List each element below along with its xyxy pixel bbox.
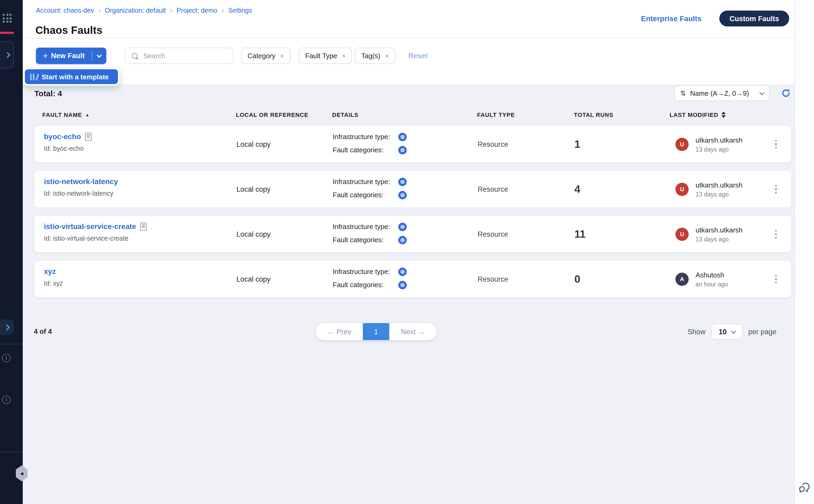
- toolbar: + New Fault Start with a template: [23, 39, 794, 85]
- breadcrumb: Account: chaos-dev › Organization: defau…: [36, 6, 252, 14]
- infrastructure-type-label: Infrastructure type:: [333, 223, 398, 231]
- breadcrumb-account-link[interactable]: Account: chaos-dev: [36, 7, 94, 14]
- column-header-details: DETAILS: [332, 112, 359, 118]
- info-icon[interactable]: [2, 354, 11, 362]
- filter-chip-fault-type[interactable]: Fault Type ×: [299, 48, 352, 64]
- next-page-button[interactable]: Next →: [389, 323, 436, 340]
- collapse-triangle-icon: ◀: [20, 471, 23, 476]
- sidebar-expand-button[interactable]: [0, 319, 14, 335]
- table-row[interactable]: istio-virtual-service-create Id: istio-v…: [34, 215, 792, 253]
- row-menu-button[interactable]: [773, 183, 779, 196]
- manifest-doc-icon[interactable]: [140, 222, 147, 230]
- table-row[interactable]: byoc-echo Id: byoc-echo Local copy Infra…: [34, 125, 792, 163]
- sort-select[interactable]: ⇅ Name (A→Z, 0→9): [674, 85, 770, 101]
- search-input[interactable]: [142, 51, 233, 60]
- kubernetes-icon: ☸: [398, 132, 407, 141]
- sidebar-divider: [0, 344, 23, 344]
- modified-time: an hour ago: [696, 281, 728, 287]
- modified-by-user: utkarsh.utkarsh: [696, 136, 743, 144]
- close-icon[interactable]: ×: [342, 52, 346, 59]
- avatar: U: [675, 138, 689, 151]
- kubernetes-icon: ☸: [398, 177, 407, 186]
- main-area: Account: chaos-dev › Organization: defau…: [23, 0, 794, 504]
- filter-chip-category[interactable]: Category ×: [241, 48, 290, 64]
- total-runs-cell: 0: [574, 273, 580, 285]
- row-menu-button[interactable]: [773, 228, 779, 241]
- fault-name-link[interactable]: istio-virtual-service-create: [44, 222, 136, 231]
- last-modified-cell: U utkarsh.utkarsh 13 days ago: [675, 226, 743, 242]
- table-row[interactable]: istio-network-latency Id: istio-network-…: [34, 170, 792, 208]
- prev-page-button[interactable]: ← Prev: [316, 323, 363, 340]
- fault-name-cell: byoc-echo Id: byoc-echo: [44, 132, 92, 152]
- breadcrumb-project-link[interactable]: Project: demo: [177, 7, 217, 14]
- chevron-down-icon: [759, 90, 765, 95]
- start-with-template-menu-item[interactable]: Start with a template: [25, 69, 118, 84]
- close-icon[interactable]: ×: [385, 52, 389, 59]
- kubernetes-icon: ☸: [398, 281, 407, 289]
- avatar: U: [675, 182, 689, 196]
- breadcrumb-separator: ›: [98, 6, 101, 14]
- sort-selected-value: Name (A→Z, 0→9): [690, 89, 756, 97]
- search-icon: [132, 53, 138, 59]
- reset-filters-link[interactable]: Reset: [408, 52, 428, 60]
- column-header-fault-name[interactable]: FAULT NAME ▲: [42, 112, 90, 118]
- fault-categories-label: Fault categories:: [333, 236, 398, 244]
- info-icon[interactable]: [2, 396, 11, 404]
- close-icon[interactable]: ×: [280, 52, 284, 59]
- chevron-right-icon: [4, 52, 11, 58]
- page-header: Account: chaos-dev › Organization: defau…: [23, 0, 794, 39]
- plus-icon: +: [43, 52, 48, 60]
- listing-controls: Total: 4 ⇅ Name (A→Z, 0→9): [23, 85, 794, 106]
- refresh-button[interactable]: [781, 88, 791, 98]
- sidebar-divider: [0, 452, 23, 452]
- total-count: Total: 4: [34, 89, 62, 98]
- manifest-doc-icon[interactable]: [85, 132, 92, 140]
- new-fault-button[interactable]: + New Fault: [36, 48, 92, 64]
- chevron-down-icon: [97, 52, 102, 58]
- support-chat-button[interactable]: [797, 481, 811, 497]
- current-page-button[interactable]: 1: [363, 323, 389, 340]
- chevron-right-icon: [4, 324, 10, 330]
- kubernetes-icon: ☸: [398, 222, 407, 231]
- last-modified-cell: A Ashutosh an hour ago: [675, 271, 728, 287]
- new-fault-dropdown-menu: Start with a template: [23, 68, 120, 86]
- breadcrumb-separator: ›: [222, 6, 224, 14]
- custom-faults-button[interactable]: Custom Faults: [719, 11, 789, 26]
- table-header-row: FAULT NAME ▲ LOCAL OR REFERENCE DETAILS …: [23, 109, 794, 123]
- details-cell: Infrastructure type:☸ Fault categories:☸: [333, 176, 407, 203]
- fault-name-link[interactable]: istio-network-latency: [44, 177, 118, 186]
- fault-list: byoc-echo Id: byoc-echo Local copy Infra…: [23, 125, 794, 298]
- fault-id: Id: byoc-echo: [44, 145, 92, 152]
- fault-name-link[interactable]: byoc-echo: [44, 132, 81, 141]
- fault-type-cell: Resource: [478, 185, 508, 193]
- filter-chip-tags[interactable]: Tag(s) ×: [355, 48, 395, 64]
- enterprise-faults-link[interactable]: Enterprise Faults: [641, 14, 702, 23]
- local-or-reference-cell: Local copy: [236, 275, 271, 283]
- page-size-select[interactable]: 10: [711, 324, 742, 340]
- infrastructure-type-label: Infrastructure type:: [333, 133, 398, 141]
- page-title: Chaos Faults: [35, 25, 103, 37]
- fault-name-link[interactable]: xyz: [44, 267, 56, 276]
- total-runs-cell: 1: [574, 138, 580, 150]
- infrastructure-type-label: Infrastructure type:: [333, 178, 398, 186]
- new-fault-dropdown-toggle[interactable]: [92, 48, 106, 64]
- fault-name-cell: xyz Id: xyz: [44, 267, 63, 287]
- sort-asc-icon: ▲: [85, 112, 90, 117]
- pagination-summary: 4 of 4: [34, 323, 52, 340]
- breadcrumb-settings-link[interactable]: Settings: [228, 7, 252, 14]
- total-runs-cell: 11: [574, 228, 586, 240]
- breadcrumb-organization-link[interactable]: Organization: default: [105, 7, 166, 14]
- sidebar-expand-panel-button[interactable]: [0, 41, 14, 68]
- table-row[interactable]: xyz Id: xyz Local copy Infrastructure ty…: [34, 260, 792, 298]
- fault-type-cell: Resource: [478, 140, 508, 148]
- fault-id: Id: xyz: [44, 280, 63, 287]
- apps-grid-icon[interactable]: [3, 14, 12, 23]
- fault-type-cell: Resource: [478, 230, 508, 238]
- fault-categories-label: Fault categories:: [333, 281, 398, 289]
- row-menu-button[interactable]: [773, 138, 779, 151]
- fault-categories-label: Fault categories:: [333, 146, 398, 154]
- row-menu-button[interactable]: [773, 273, 779, 286]
- left-nav-rail: ◀: [0, 0, 23, 504]
- column-header-last-modified[interactable]: LAST MODIFIED: [670, 112, 726, 118]
- column-header-local-or-reference: LOCAL OR REFERENCE: [236, 112, 308, 118]
